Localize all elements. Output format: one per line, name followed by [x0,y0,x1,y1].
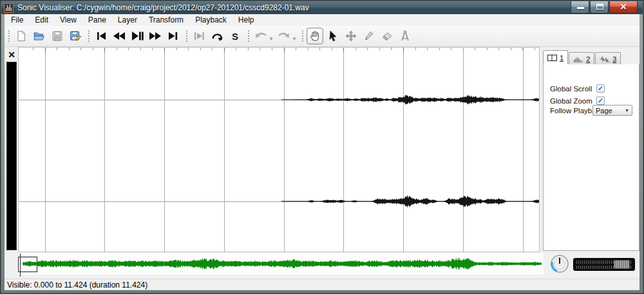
eraser-icon [381,31,393,41]
fast-forward-button[interactable] [147,28,164,44]
title-bar[interactable]: Sonic Visualiser: C:/cygwin/home/craig/p… [1,1,643,14]
tab-label: 3 [612,55,616,63]
rewind-to-start-icon [95,31,107,41]
waveform-pane[interactable] [18,47,540,252]
save-icon [52,30,63,42]
skip-to-end-icon [167,31,179,41]
pencil-icon [364,30,374,42]
tab-pane-3[interactable]: 3 [595,52,621,65]
menu-layer[interactable]: Layer [112,14,143,26]
menu-playback[interactable]: Playback [189,14,232,26]
pane-close-button[interactable]: ✕ [6,50,17,60]
rewind-button[interactable] [111,28,128,44]
navigate-tool-button[interactable] [307,28,323,44]
undo-button[interactable] [252,28,269,44]
loop-playback-icon [211,30,223,42]
play-selection-button[interactable] [191,28,207,44]
pane-properties: Global Scroll ✓ Global Zoom ✓ Follow Pla… [543,64,639,251]
menu-transform[interactable]: Transform [143,14,189,26]
cursor-arrow-icon [328,30,338,42]
global-scroll-label: Global Scroll [550,85,592,93]
app-window: Sonic Visualiser: C:/cygwin/home/craig/p… [0,0,644,294]
minimize-icon [577,7,584,9]
toolbar-grip[interactable] [301,29,304,43]
window-title: Sonic Visualiser: C:/cygwin/home/craig/p… [17,3,309,12]
caption-buttons: ✕ [570,1,638,14]
redo-button[interactable] [276,28,292,44]
menu-edit[interactable]: Edit [29,14,54,26]
tab-pane-1[interactable]: 1 [543,50,568,65]
measure-compass-icon [400,30,410,42]
follow-playback-value: Page [596,107,612,115]
new-file-icon [15,30,27,42]
open-file-button[interactable] [31,28,48,44]
solo-button[interactable]: S [227,28,243,44]
global-zoom-label: Global Zoom [550,97,592,105]
erase-tool-button[interactable] [379,28,395,44]
draw-tool-button[interactable] [361,28,377,44]
edit-tool-button[interactable] [343,28,359,44]
toolbar-grip[interactable] [185,29,188,43]
fast-forward-icon [149,31,162,41]
menu-pane[interactable]: Pane [82,14,112,26]
pane-layout-icon [547,55,557,61]
rewind-to-start-button[interactable] [93,28,109,44]
save-button[interactable] [49,28,66,44]
playback-speed-knob[interactable] [549,253,570,274]
loop-playback-button[interactable] [209,28,225,44]
close-icon: ✕ [610,2,637,12]
open-file-icon [33,30,46,42]
new-file-button[interactable] [13,28,30,44]
close-button[interactable]: ✕ [609,1,638,14]
toolbar: S ▼ ▼ [5,26,639,47]
maximize-icon [596,4,603,10]
follow-playback-select[interactable]: Page ▼ [592,105,632,116]
toolbar-grip[interactable] [87,29,90,43]
client-area: File Edit View Pane Layer Transform Play… [5,14,639,290]
status-bar: Visible: 0.000 to 11.424 (duration 11.42… [5,279,639,290]
menu-bar: File Edit View Pane Layer Transform Play… [5,14,639,26]
tab-label: 2 [586,55,590,63]
play-pause-icon [131,31,144,41]
waveform-icon [600,56,610,62]
toolbar-grip[interactable] [7,29,10,43]
minimize-button[interactable] [571,1,589,14]
menu-help[interactable]: Help [232,14,260,26]
select-tool-button[interactable] [325,28,341,44]
save-as-button[interactable] [67,28,84,44]
undo-dropdown-icon[interactable]: ▼ [269,36,274,42]
play-pause-button[interactable] [129,28,146,44]
tab-pane-2[interactable]: 2 [569,52,594,65]
toolbar-grip[interactable] [247,29,250,43]
menu-file[interactable]: File [5,14,29,26]
measure-tool-button[interactable] [397,28,413,44]
undo-icon [254,31,267,41]
histogram-icon [573,56,583,62]
visible-range-text: Visible: 0.000 to 11.424 (duration 11.42… [5,280,147,289]
hand-icon [309,30,321,42]
pane-tabs: 1 2 3 [543,50,621,65]
redo-icon [278,31,290,41]
maximize-button[interactable] [590,1,609,14]
app-icon [4,3,14,13]
fader-handle[interactable] [614,260,630,269]
waveform-canvas[interactable] [19,48,539,252]
global-zoom-checkbox[interactable]: ✓ [596,96,605,105]
global-scroll-checkbox[interactable]: ✓ [596,84,605,93]
volume-fader[interactable] [573,258,635,271]
skip-to-end-button[interactable] [165,28,182,44]
pane-level-meter[interactable] [6,62,17,250]
tab-label: 1 [560,54,564,62]
play-selection-icon [193,31,205,41]
menu-view[interactable]: View [54,14,82,26]
redo-dropdown-icon[interactable]: ▼ [292,36,297,42]
move-arrows-icon [345,30,357,42]
save-as-icon [70,30,82,42]
solo-icon: S [232,31,238,42]
overview-panner[interactable] [18,253,544,277]
rewind-icon [113,31,126,41]
chevron-down-icon: ▼ [625,108,629,113]
